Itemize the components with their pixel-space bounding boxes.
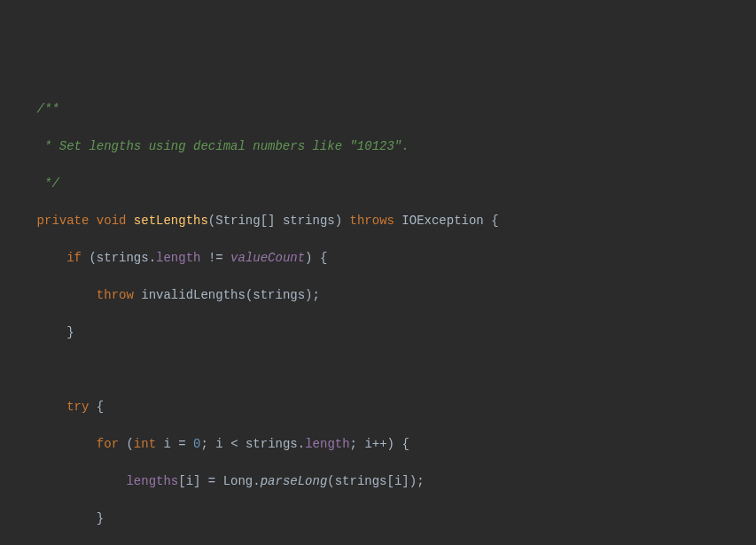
code-line: /** [0,100,756,119]
method-setLengths: setLengths [134,214,208,228]
bracket: [ [387,474,394,488]
type-long: Long [223,474,253,488]
var-i: i [163,437,170,451]
semi: ; [350,437,365,451]
op: ++) { [372,437,409,451]
ref-strings: strings [335,474,387,488]
code-line: } [0,323,756,342]
code-line: private void setLengths(String[] strings… [0,212,756,230]
field-valueCount: valueCount [230,251,305,265]
kw-throw: throw [97,288,134,302]
code-line: throw invalidLengths(strings); [0,286,756,305]
bracket: ]); [401,474,424,488]
op: = [171,437,193,451]
field-length: length [156,251,200,265]
field-lengths: lengths [126,474,178,488]
param-strings: strings [283,214,335,228]
kw-private: private [37,214,90,228]
semi: ; [201,437,216,451]
dot: . [298,437,305,451]
kw-for: for [97,437,119,451]
ref-strings: strings [97,251,149,265]
paren: ( [119,437,134,451]
paren: ( [82,251,97,265]
kw-if: if [66,251,82,265]
kw-int: int [134,437,156,451]
brace: } [97,511,104,526]
paren: ); [305,288,320,302]
code-line: for (int i = 0; i < strings.length; i++)… [0,435,756,454]
type-ioexception: IOException [401,214,483,228]
op: < [223,437,246,451]
kw-throws: throws [350,214,394,228]
code-line: */ [0,175,756,193]
kw-try: try [66,400,89,414]
code-line: lengths[i] = Long.parseLong(strings[i]); [0,472,756,491]
var-i: i [364,437,371,451]
brace: { [484,214,499,228]
dot: . [253,474,260,488]
var-i: i [186,474,193,488]
num-zero: 0 [193,437,200,451]
code-line: * Set lengths using decimal numbers like… [0,137,756,156]
dot: . [149,251,156,265]
brackets: [] [261,214,283,228]
brace: } [66,325,74,339]
comment-body: * Set lengths using decimal numbers like… [7,139,409,153]
method-parseLong: parseLong [261,474,328,488]
paren: ( [208,214,215,228]
code-line [0,361,756,379]
bracket: [ [178,474,185,488]
type-string: String [215,214,260,228]
code-line: } [0,510,756,528]
paren: ) { [305,251,327,265]
bracket: ] = [193,474,223,488]
call-invalidLengths: invalidLengths [141,288,246,302]
paren: ( [327,474,334,488]
ref-strings: strings [246,437,298,451]
paren: ) [335,214,350,228]
kw-void: void [97,214,127,228]
comment-start: /** [7,102,59,116]
brace: { [89,400,104,414]
code-editor: /** * Set lengths using decimal numbers … [0,82,756,545]
field-length: length [305,437,349,451]
var-i: i [215,437,222,451]
ref-strings: strings [253,288,305,302]
op: != [200,251,230,265]
comment-end: */ [7,176,59,191]
code-line: if (strings.length != valueCount) { [0,249,756,268]
code-line: try { [0,398,756,417]
